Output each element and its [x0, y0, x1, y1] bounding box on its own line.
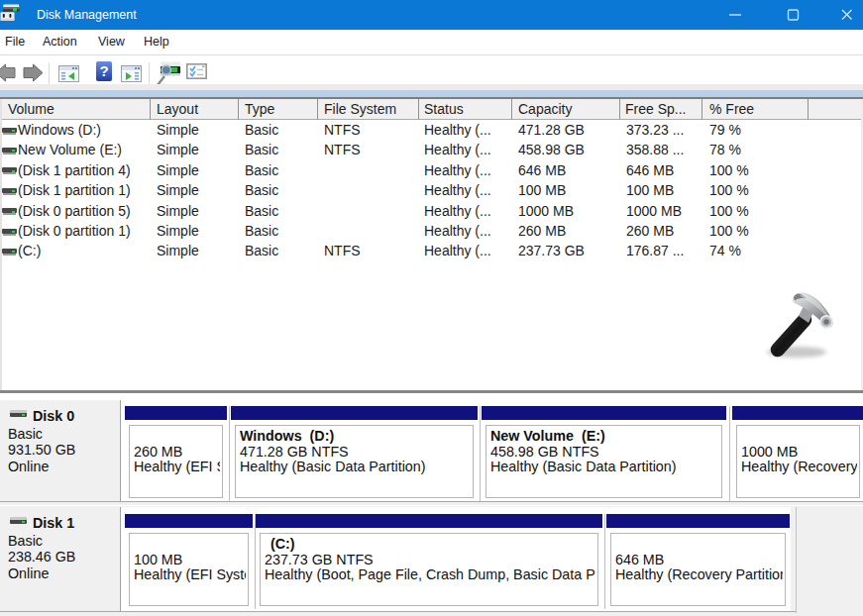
svg-text:?: ?	[99, 62, 108, 79]
